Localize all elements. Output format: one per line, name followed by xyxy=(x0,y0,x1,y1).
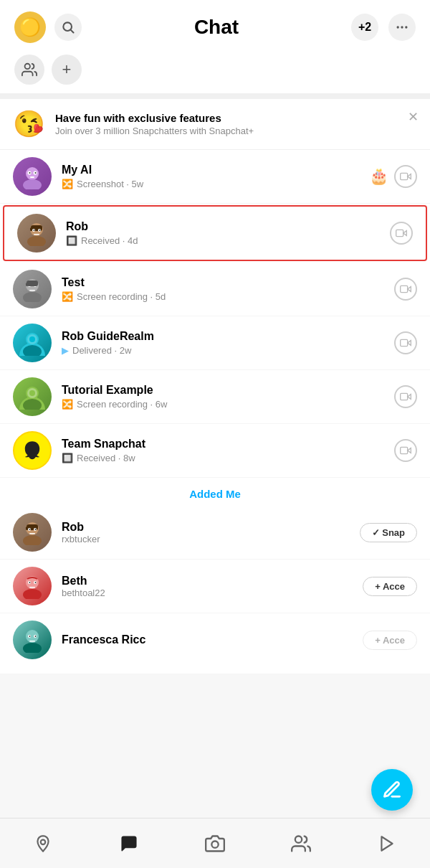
chat-info-rob: Rob 🔲 Received · 4d xyxy=(66,220,384,246)
svg-point-11 xyxy=(35,172,37,174)
chat-sub-test: 🔀 Screen recording · 5d xyxy=(62,291,388,302)
promo-title: Have fun with exclusive features xyxy=(55,112,417,124)
added-name-beth: Beth xyxy=(62,575,363,588)
chat-actions-team-snapchat xyxy=(394,439,417,462)
promo-text: Have fun with exclusive features Join ov… xyxy=(55,112,417,136)
svg-point-67 xyxy=(29,636,31,637)
promo-emoji: 😘 xyxy=(13,109,45,139)
chat-item-team-snapchat[interactable]: Team Snapchat 🔲 Received · 8w xyxy=(0,424,430,478)
chat-item-test[interactable]: Test 🔀 Screen recording · 5d xyxy=(0,263,430,316)
chat-avatar-team-snapchat xyxy=(13,431,52,470)
chat-actions-rob xyxy=(390,222,413,245)
more-button[interactable] xyxy=(388,14,416,41)
cake-icon: 🎂 xyxy=(369,167,388,186)
chat-item-tutorial[interactable]: Tutorial Example 🔀 Screen recording · 6w xyxy=(0,370,430,424)
chat-info-team-snapchat: Team Snapchat 🔲 Received · 8w xyxy=(62,438,388,463)
svg-point-6 xyxy=(26,167,39,180)
svg-point-64 xyxy=(23,643,42,653)
svg-rect-62 xyxy=(29,587,35,588)
added-avatar-francesca xyxy=(13,621,52,659)
svg-rect-69 xyxy=(29,641,35,642)
chat-sub-team-snapchat: 🔲 Received · 8w xyxy=(62,453,388,463)
svg-point-70 xyxy=(41,839,46,844)
svg-rect-54 xyxy=(26,527,28,530)
promo-close-button[interactable]: ✕ xyxy=(408,109,419,125)
chat-avatar-rob xyxy=(17,214,56,253)
camera-button-test[interactable] xyxy=(394,278,417,301)
svg-point-2 xyxy=(397,26,399,28)
added-item-rob[interactable]: Rob rxbtucker ✓ Snap xyxy=(0,506,430,560)
added-avatar-rob xyxy=(13,513,52,552)
camera-button-my-ai[interactable] xyxy=(394,165,417,188)
nav-friends[interactable] xyxy=(283,826,319,862)
nav-chat[interactable] xyxy=(111,826,147,862)
new-chat-button[interactable]: + xyxy=(52,55,82,85)
compose-fab[interactable] xyxy=(371,769,413,811)
add-friend-button[interactable]: +2 xyxy=(351,14,378,41)
accept-button-francesca[interactable]: + Acce xyxy=(363,631,417,650)
search-button[interactable] xyxy=(54,14,82,41)
received-icon-team: 🔲 xyxy=(62,453,73,463)
camera-button-rob[interactable] xyxy=(390,222,413,245)
divider xyxy=(0,93,430,99)
delivered-icon: ▶ xyxy=(62,345,69,356)
svg-point-15 xyxy=(27,236,46,246)
bottom-nav xyxy=(0,818,430,868)
user-avatar[interactable]: 🟡 xyxy=(14,11,46,43)
nav-map[interactable] xyxy=(25,826,61,862)
svg-rect-23 xyxy=(396,230,403,236)
header: 🟡 Chat +2 xyxy=(0,0,430,50)
svg-point-7 xyxy=(23,179,42,189)
chat-sub-tutorial: 🔀 Screen recording · 6w xyxy=(62,399,388,410)
svg-rect-13 xyxy=(401,173,408,179)
added-me-label: Added Me xyxy=(0,478,430,506)
svg-rect-55 xyxy=(29,533,35,534)
chat-item-rob[interactable]: Rob 🔲 Received · 4d xyxy=(3,205,427,261)
promo-banner: 😘 Have fun with exclusive features Join … xyxy=(0,99,430,150)
svg-marker-73 xyxy=(381,836,392,851)
svg-rect-45 xyxy=(401,393,408,400)
snap-check-icon: ✓ xyxy=(372,527,380,538)
camera-button-team-snapchat[interactable] xyxy=(394,439,417,462)
svg-point-25 xyxy=(23,292,42,302)
chat-name-my-ai: My AI xyxy=(62,164,363,176)
svg-point-60 xyxy=(29,582,31,583)
added-item-francesca[interactable]: Francesca Ricc + Acce xyxy=(0,613,430,674)
chat-avatar-tutorial xyxy=(13,377,52,416)
screenshot-icon: 🔀 xyxy=(62,179,73,189)
svg-rect-31 xyxy=(26,283,28,286)
svg-rect-12 xyxy=(30,176,34,178)
chat-item-rob-guiderealm[interactable]: Rob GuideRealm ▶ Delivered · 2w xyxy=(0,316,430,370)
chat-name-rob: Rob xyxy=(66,220,384,233)
chat-name-test: Test xyxy=(62,276,388,289)
toolbar: + xyxy=(0,50,430,93)
chat-info-rob-guiderealm: Rob GuideRealm ▶ Delivered · 2w xyxy=(62,330,388,356)
svg-point-10 xyxy=(29,172,31,174)
svg-rect-22 xyxy=(34,234,39,235)
svg-point-19 xyxy=(34,230,35,231)
svg-point-72 xyxy=(295,836,302,842)
camera-button-tutorial[interactable] xyxy=(394,385,417,408)
chat-item-my-ai[interactable]: My AI 🔀 Screenshot · 5w 🎂 xyxy=(0,150,430,204)
svg-point-3 xyxy=(401,26,403,28)
snap-button-rob[interactable]: ✓ Snap xyxy=(360,523,417,542)
promo-subtitle: Join over 3 million Snapchatters with Sn… xyxy=(55,126,417,136)
chat-actions-my-ai: 🎂 xyxy=(369,165,417,188)
added-item-beth[interactable]: Beth bethtoal22 + Acce xyxy=(0,560,430,613)
svg-point-53 xyxy=(35,529,37,530)
nav-stories[interactable] xyxy=(369,826,405,862)
svg-point-4 xyxy=(405,26,407,28)
svg-rect-30 xyxy=(27,280,38,286)
chat-name-tutorial: Tutorial Example xyxy=(62,384,388,397)
nav-camera[interactable] xyxy=(197,826,233,862)
chat-info-my-ai: My AI 🔀 Screenshot · 5w xyxy=(62,164,363,189)
screen-rec-icon-test: 🔀 xyxy=(62,291,73,302)
svg-point-38 xyxy=(29,336,35,342)
groups-button[interactable] xyxy=(14,55,44,85)
svg-point-52 xyxy=(29,529,31,530)
chat-info-tutorial: Tutorial Example 🔀 Screen recording · 6w xyxy=(62,384,388,410)
camera-button-rob-guiderealm[interactable] xyxy=(394,331,417,354)
svg-point-57 xyxy=(23,589,42,599)
accept-button-beth[interactable]: + Acce xyxy=(363,577,417,596)
svg-point-20 xyxy=(39,230,41,231)
